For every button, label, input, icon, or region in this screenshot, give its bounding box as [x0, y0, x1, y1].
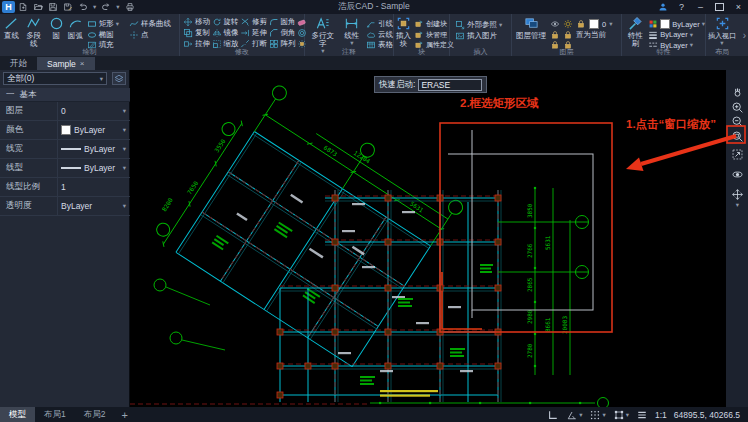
toolbar-more-button[interactable]: ▾	[729, 201, 746, 209]
color-value-dropdown[interactable]: ByLayer▾	[58, 121, 130, 139]
circle-tool[interactable]: 圆	[47, 16, 66, 51]
selection-filter-dropdown[interactable]: 全部(0)▾	[3, 72, 107, 85]
dropdown-icon[interactable]: ▾	[720, 40, 723, 46]
undo-icon[interactable]	[78, 2, 88, 12]
insert-block-tool[interactable]: 插入块	[394, 16, 413, 51]
rotate-tool[interactable]: 旋转	[212, 17, 241, 28]
close-button[interactable]: ×	[729, 0, 748, 14]
save-as-icon[interactable]	[63, 2, 73, 12]
mirror-icon	[212, 28, 222, 38]
annotation-scale[interactable]: 1:1	[655, 410, 667, 420]
polar-tracking-button[interactable]	[566, 409, 578, 421]
insert-viewport-tool[interactable]: 插入视口▾	[706, 16, 738, 46]
spline-tool[interactable]: 样条曲线	[129, 19, 179, 30]
property-row-lineweight: 线宽 ByLayer▾	[0, 140, 130, 159]
grid-snap-button[interactable]	[589, 409, 601, 421]
print-icon[interactable]	[125, 2, 135, 12]
layout1-tab[interactable]: 布局1	[35, 407, 75, 422]
drawing-canvas[interactable]: 6873 12204 5631 3550 7650 8200	[130, 70, 726, 407]
quick-launch-input[interactable]	[418, 79, 482, 91]
zoom-extents-button[interactable]	[729, 146, 746, 162]
orbit-button[interactable]	[729, 166, 746, 182]
ribbon-scroll-right[interactable]: ›	[743, 30, 746, 41]
copy-tool[interactable]: 复制	[183, 28, 212, 39]
block-manager-icon	[414, 30, 424, 40]
panel-section-basic[interactable]: 一基本	[0, 88, 130, 102]
layer-visibility-icon[interactable]	[550, 19, 560, 29]
line-tool[interactable]: 直线	[2, 16, 21, 51]
model-tab[interactable]: 模型	[0, 407, 35, 422]
dropdown-icon[interactable]: ▾	[116, 21, 119, 27]
color-control[interactable]: ByLayer▾	[648, 19, 705, 30]
layer-manager-tool[interactable]: 图层管理	[514, 16, 548, 51]
open-file-icon[interactable]	[33, 2, 43, 12]
chamfer-icon	[269, 28, 279, 38]
insert-image-tool[interactable]: 插入图片	[455, 31, 511, 42]
dropdown-icon[interactable]: ▾	[499, 22, 502, 28]
layer-freeze-icon[interactable]	[563, 19, 573, 29]
user-account-button[interactable]	[653, 0, 672, 14]
ribbon-group-draw: 直线 多段线 圆 圆弧 矩形▾ 椭圆 填充 样条曲线 点 绘制	[0, 14, 180, 56]
dropdown-icon[interactable]: ▾	[602, 412, 605, 418]
arc-tool[interactable]: 圆弧	[66, 16, 85, 51]
maximize-button[interactable]	[710, 0, 729, 14]
trim-tool[interactable]: 修剪	[240, 17, 269, 28]
tab-start[interactable]: 开始	[0, 57, 37, 70]
mirror-tool[interactable]: 镜像	[212, 28, 241, 39]
help-button[interactable]: ?	[672, 0, 691, 14]
pan-hand-button[interactable]	[729, 84, 746, 100]
save-icon[interactable]	[48, 2, 58, 12]
dim-label: 8661	[544, 317, 551, 332]
chamfer-tool[interactable]: 倒角	[269, 28, 298, 39]
close-tab-icon[interactable]: ×	[80, 59, 85, 68]
revcloud-tool[interactable]: 云线	[366, 30, 393, 41]
zoom-window-button[interactable]	[729, 128, 746, 144]
tab-sample[interactable]: Sample×	[37, 57, 95, 70]
new-file-icon[interactable]	[18, 2, 28, 12]
layer-color-swatch[interactable]	[589, 19, 599, 29]
linetype-scale-field[interactable]: 1	[58, 178, 130, 196]
layer-off-icon[interactable]	[563, 30, 573, 40]
redo-icon[interactable]	[101, 2, 111, 12]
zoom-out-button[interactable]	[729, 113, 746, 129]
pan-button[interactable]	[729, 186, 746, 202]
linetype-value-dropdown[interactable]: ByLayer▾	[58, 159, 130, 177]
xref-tool[interactable]: 外部参照▾	[455, 20, 511, 31]
set-current-layer-tool[interactable]: 置为当前	[576, 30, 606, 40]
insert-viewport-icon	[715, 16, 730, 31]
lineweight-control[interactable]: ByLayer▾	[648, 30, 705, 41]
menu-button[interactable]	[636, 409, 648, 421]
dropdown-icon[interactable]: ▾	[350, 40, 353, 46]
dropdown-icon: ▾	[702, 21, 705, 27]
block-manager-tool[interactable]: 块管理	[414, 30, 454, 41]
leader-tool[interactable]: 引线	[366, 19, 393, 30]
dropdown-icon[interactable]: ▾	[609, 21, 612, 27]
user-icon	[658, 2, 668, 12]
dropdown-icon[interactable]: ▾	[579, 412, 582, 418]
fillet-tool[interactable]: 圆角	[269, 17, 298, 28]
lineweight-value-dropdown[interactable]: ByLayer▾	[58, 140, 130, 158]
move-tool[interactable]: 移动	[183, 17, 212, 28]
add-layout-button[interactable]: +	[114, 409, 134, 421]
ellipse-tool[interactable]: 椭圆	[87, 30, 127, 41]
match-properties-tool[interactable]: 特性刷	[624, 16, 647, 51]
layout2-tab[interactable]: 布局2	[75, 407, 115, 422]
minimize-button[interactable]: –	[691, 0, 710, 14]
point-tool[interactable]: 点	[129, 30, 179, 41]
rectangle-tool[interactable]: 矩形▾	[87, 19, 127, 30]
polyline-tool[interactable]: 多段线	[21, 16, 47, 51]
layer-value-dropdown[interactable]: 0▾	[58, 102, 130, 120]
transparency-value-dropdown[interactable]: ByLayer▾	[58, 197, 130, 215]
dropdown-icon[interactable]: ▾	[626, 412, 629, 418]
dropdown-icon[interactable]: ▾	[93, 4, 96, 10]
copy-icon	[183, 28, 193, 38]
dropdown-icon[interactable]: ▾	[116, 4, 119, 10]
ortho-mode-button[interactable]	[547, 409, 559, 421]
layer-lock-icon[interactable]	[576, 19, 586, 29]
ribbon-group-block: 插入块 创建块 块管理 属性定义 块	[394, 14, 450, 56]
layer-on-icon[interactable]	[550, 30, 560, 40]
object-snap-button[interactable]	[613, 409, 625, 421]
extend-tool[interactable]: 延伸	[240, 28, 269, 39]
create-block-tool[interactable]: 创建块	[414, 19, 454, 30]
quick-select-button[interactable]	[112, 72, 126, 85]
